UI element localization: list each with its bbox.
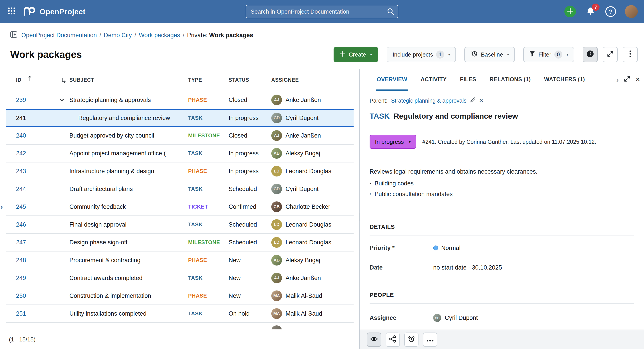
fullscreen-button[interactable] — [603, 47, 618, 62]
edit-parent-button[interactable] — [470, 97, 476, 104]
work-package-id-249[interactable]: 249 — [16, 275, 26, 281]
create-button[interactable]: Create ▾ — [334, 47, 378, 62]
work-package-id-241[interactable]: 241 — [16, 115, 26, 122]
details-view-info-button[interactable] — [582, 47, 598, 62]
assignee-name[interactable]: Malik Al-Saud — [286, 292, 322, 299]
baseline-button[interactable]: Baseline ▾ — [464, 47, 515, 62]
panel-close-button[interactable]: ✕ — [635, 76, 640, 83]
tab-activity[interactable]: ACTIVITY — [420, 69, 448, 91]
search-icon[interactable] — [387, 8, 394, 17]
work-package-subject[interactable]: Community feedback — [70, 203, 185, 210]
status-dropdown-button[interactable]: In progress ▾ — [370, 135, 416, 149]
quick-add-button[interactable] — [564, 6, 576, 17]
assignee-name[interactable]: Anke Janßen — [286, 97, 321, 104]
table-row-246[interactable]: 246Final design approvalTASKScheduledLDL… — [6, 216, 354, 234]
field-value[interactable]: Normal — [433, 245, 460, 251]
column-header-type[interactable]: TYPE — [188, 77, 202, 83]
help-button[interactable]: ? — [605, 6, 616, 17]
work-package-id-244[interactable]: 244 — [16, 186, 26, 193]
parent-link[interactable]: Strategic planning & approvals — [391, 98, 466, 104]
assignee-name[interactable]: Anke Janßen — [286, 132, 321, 139]
table-row-251[interactable]: 251Utility installations completedTASKOn… — [6, 305, 354, 323]
work-package-id-246[interactable]: 246 — [16, 221, 26, 228]
tab-relations-1[interactable]: RELATIONS (1) — [488, 69, 532, 91]
work-package-subject[interactable]: Draft architectural plans — [70, 186, 185, 193]
table-row-240[interactable]: 240Budget approved by city councilMILEST… — [6, 127, 354, 145]
tab-overview[interactable]: OVERVIEW — [376, 69, 408, 91]
panel-expand-button[interactable] — [624, 76, 630, 83]
work-package-subject[interactable]: Contract awards completed — [70, 275, 185, 281]
table-row-249[interactable]: 249Contract awards completedTASKNewAJAnk… — [6, 269, 354, 287]
work-package-id-239[interactable]: 239 — [16, 97, 26, 104]
include-projects-button[interactable]: Include projects 1 ▾ — [387, 47, 456, 62]
work-package-id-251[interactable]: 251 — [16, 310, 26, 317]
column-header-status[interactable]: STATUS — [228, 77, 249, 83]
assignee-name[interactable]: Cyril Dupont — [286, 115, 319, 122]
notifications-button[interactable]: 7 — [585, 6, 596, 17]
table-row-242[interactable]: 242Appoint project management office (…T… — [6, 145, 354, 162]
breadcrumb-link-openproject-documentation[interactable]: OpenProject Documentation — [21, 32, 97, 39]
work-package-subject[interactable]: Utility installations completed — [70, 310, 185, 317]
filter-button[interactable]: Filter 0 ▾ — [523, 47, 574, 62]
assignee-name[interactable]: Leonard Douglas — [286, 168, 331, 175]
more-options-button[interactable] — [623, 47, 638, 62]
breadcrumb-link-demo-city[interactable]: Demo City — [104, 32, 132, 39]
description[interactable]: Reviews legal requirements and obtains n… — [370, 168, 634, 199]
row-context-chevron-icon[interactable]: › — [0, 203, 3, 210]
work-package-id-243[interactable]: 243 — [16, 168, 26, 175]
assignee-name[interactable]: Anke Janßen — [286, 275, 321, 281]
table-row-247[interactable]: 247Design phase sign-offMILESTONESchedul… — [6, 234, 354, 251]
tab-files[interactable]: FILES — [459, 69, 477, 91]
assignee-name[interactable]: Aleksy Bugaj — [286, 150, 320, 157]
work-package-id-250[interactable]: 250 — [16, 292, 26, 299]
assignee-name[interactable]: Aleksy Bugaj — [286, 257, 320, 264]
work-package-subject[interactable]: Construction & implementation — [70, 292, 185, 299]
work-package-subject[interactable]: Infrastructure planning & design — [70, 168, 185, 175]
assignee-name[interactable]: Leonard Douglas — [286, 239, 331, 246]
column-header-id[interactable]: ID — [16, 77, 21, 83]
work-package-id-247[interactable]: 247 — [16, 239, 26, 246]
work-package-id-242[interactable]: 242 — [16, 150, 26, 157]
time-reminder-button[interactable] — [404, 332, 418, 347]
work-package-subject[interactable]: Final design approval — [70, 221, 185, 228]
table-row-250[interactable]: 250Construction & implementationPHASENew… — [6, 287, 354, 305]
share-button[interactable] — [386, 332, 400, 347]
breadcrumb-link-work-packages[interactable]: Work packages — [139, 32, 180, 39]
work-package-id-248[interactable]: 248 — [16, 257, 26, 264]
tab-watchers-1[interactable]: WATCHERS (1) — [543, 69, 586, 91]
work-package-subject[interactable]: Budget approved by city council — [70, 132, 185, 139]
openproject-logo[interactable]: OpenProject — [22, 6, 86, 17]
column-header-subject[interactable]: SUBJECT — [70, 77, 94, 83]
work-package-title[interactable]: Regulatory and compliance review — [394, 112, 518, 120]
global-search-input[interactable] — [246, 5, 398, 18]
assignee-name[interactable]: Malik Al-Saud — [286, 310, 322, 317]
work-package-subject[interactable]: Appoint project management office (… — [70, 150, 185, 157]
work-package-id-245[interactable]: 245 — [16, 203, 26, 210]
table-row-239[interactable]: 239Strategic planning & approvalsPHASECl… — [6, 91, 354, 109]
more-actions-button[interactable] — [423, 332, 437, 347]
tabs-overflow-chevron-icon[interactable]: › — [616, 76, 619, 83]
table-row-248[interactable]: 248Procurement & contractingPHASENewABAl… — [6, 251, 354, 269]
assignee-name[interactable]: Leonard Douglas — [286, 221, 331, 228]
field-value[interactable]: no start date - 30.10.2025 — [433, 264, 502, 271]
apps-grid-button[interactable] — [5, 5, 18, 18]
work-package-subject[interactable]: Strategic planning & approvals — [70, 97, 185, 104]
assignee-name[interactable]: Cyril Dupont — [286, 186, 319, 193]
collapse-chevron-icon[interactable] — [60, 99, 64, 101]
table-row-243[interactable]: 243Infrastructure planning & designPHASE… — [6, 162, 354, 180]
table-row-244[interactable]: 244Draft architectural plansTASKSchedule… — [6, 180, 354, 198]
table-row-245[interactable]: 245Community feedbackTICKETConfirmedCBCh… — [6, 198, 354, 216]
work-package-subject[interactable]: Regulatory and compliance review — [78, 115, 194, 122]
work-package-subject[interactable]: Design phase sign-off — [70, 239, 185, 246]
hierarchy-icon[interactable] — [62, 77, 66, 85]
work-package-subject[interactable]: Procurement & contracting — [70, 257, 185, 264]
work-package-id-240[interactable]: 240 — [16, 132, 26, 139]
assignee-name[interactable]: Charlotte Becker — [286, 203, 330, 210]
remove-parent-button[interactable]: ✕ — [479, 98, 484, 104]
table-row-241[interactable]: 241Regulatory and compliance reviewTASKI… — [6, 109, 354, 127]
user-avatar[interactable] — [625, 5, 638, 18]
sidebar-toggle-button[interactable] — [10, 31, 17, 39]
assignee-value[interactable]: CD Cyril Dupont — [433, 314, 478, 322]
column-header-assignee[interactable]: ASSIGNEE — [271, 77, 299, 83]
watch-button[interactable] — [367, 332, 381, 347]
